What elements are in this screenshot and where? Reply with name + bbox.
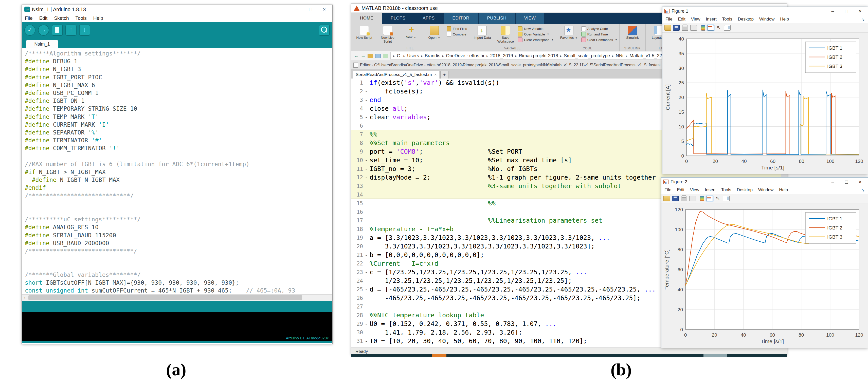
ribbon-tab-view[interactable]: VIEW	[516, 13, 544, 24]
new-variable-button[interactable]: New Variable	[518, 26, 553, 31]
breadcrumb-item[interactable]: C:	[397, 53, 402, 59]
menu-item-window[interactable]: Window	[758, 187, 773, 192]
menu-item-desktop[interactable]: Desktop	[737, 187, 752, 192]
menu-item-file[interactable]: File	[665, 17, 672, 22]
upload-button[interactable]: →	[38, 25, 49, 36]
minimize-icon[interactable]: –	[827, 178, 838, 186]
line-number: 15	[351, 199, 363, 208]
search-folder-icon[interactable]	[383, 54, 389, 58]
menu-item-insert[interactable]: Insert	[705, 187, 716, 192]
menu-item-help[interactable]: Help	[780, 17, 789, 22]
menu-item-view[interactable]: View	[690, 187, 700, 192]
colorbar-icon[interactable]	[700, 196, 704, 201]
sketch-tab[interactable]: Nsim_1	[26, 40, 58, 48]
dock-icon[interactable]: ↘	[861, 188, 865, 192]
up-folder-icon[interactable]	[375, 54, 381, 58]
new-button[interactable]: New ▼	[400, 25, 422, 45]
clear-commands-button[interactable]: Clear Commands▼	[581, 37, 617, 42]
save-icon[interactable]	[673, 25, 680, 31]
close-tab-icon[interactable]: ×	[435, 71, 437, 78]
panel-icon[interactable]	[724, 25, 731, 31]
ribbon-tab-apps[interactable]: APPS	[414, 13, 443, 24]
ribbon-tab-home[interactable]: HOME	[351, 13, 382, 24]
menu-item-edit[interactable]: Edit	[677, 187, 684, 192]
breadcrumb-item[interactable]: OneDrive - etfos.hr	[446, 53, 485, 59]
cursor-icon[interactable]	[715, 196, 721, 201]
menu-item-tools[interactable]: Tools	[75, 15, 87, 21]
back-arrow-icon[interactable]: ←	[354, 53, 359, 59]
serial-monitor-button[interactable]	[319, 25, 330, 36]
open-button[interactable]: Open ▼	[423, 25, 445, 45]
file-tab[interactable]: SerialReadAndProcess_v1_5_fastest.m ×	[353, 71, 439, 78]
menu-item-help[interactable]: Help	[779, 187, 788, 192]
new-live-script-button[interactable]: New Live Script	[377, 25, 399, 45]
breadcrumb-item[interactable]: Small_scale_prototype	[564, 53, 610, 59]
import-data-button[interactable]: Import Data	[471, 25, 493, 45]
menu-item-sketch[interactable]: Sketch	[54, 15, 69, 21]
breadcrumb-item[interactable]: NNr	[616, 53, 624, 59]
new-script-button[interactable]: New Script	[353, 25, 375, 45]
save-sketch-button[interactable]: ↓	[79, 25, 90, 36]
menu-item-file[interactable]: File	[25, 15, 33, 21]
menu-item-view[interactable]: View	[691, 17, 701, 22]
find-files-button[interactable]: Find Files	[447, 26, 467, 31]
analyze-code-button[interactable]: Analyze Code	[581, 26, 617, 31]
file-tab-label[interactable]: SerialReadAndProcess_v1_5_fastest.m	[356, 71, 432, 78]
verify-button[interactable]: ✓	[24, 25, 35, 36]
save-icon[interactable]	[672, 196, 679, 201]
breadcrumb-item[interactable]: Rimac projekt 2018	[519, 53, 558, 59]
menu-item-tools[interactable]: Tools	[722, 17, 733, 22]
legend-icon[interactable]	[707, 25, 714, 31]
menu-item-insert[interactable]: Insert	[706, 17, 717, 22]
menu-item-tools[interactable]: Tools	[721, 187, 731, 192]
menu-item-desktop[interactable]: Desktop	[738, 17, 753, 22]
compare-button[interactable]: Compare	[447, 32, 467, 36]
menu-item-edit[interactable]: Edit	[39, 15, 48, 21]
breadcrumb-item[interactable]: Brandis	[425, 53, 440, 59]
maximize-icon[interactable]: □	[305, 5, 316, 14]
maximize-icon[interactable]: □	[841, 178, 852, 186]
dock-icon[interactable]: ↘	[861, 17, 865, 22]
close-icon[interactable]: ×	[855, 178, 866, 186]
favorites-button[interactable]: Favorites ▼	[558, 25, 580, 45]
browse-folder-icon[interactable]	[368, 54, 373, 58]
open-icon[interactable]	[663, 196, 670, 201]
print-icon[interactable]	[682, 25, 688, 31]
colorbar-icon[interactable]	[701, 25, 705, 31]
close-icon[interactable]: ×	[319, 5, 330, 14]
menu-item-help[interactable]: Help	[93, 15, 103, 21]
menu-item-window[interactable]: Window	[759, 17, 774, 22]
ribbon-tab-publish[interactable]: PUBLISH	[478, 13, 515, 24]
scrollbar-thumb[interactable]	[28, 295, 302, 300]
minimize-icon[interactable]: –	[291, 5, 303, 14]
scroll-left-icon[interactable]: ‹	[22, 294, 28, 301]
simulink-button[interactable]: Simulink	[622, 25, 643, 45]
ribbon-tab-editor[interactable]: EDITOR	[444, 13, 478, 24]
menu-item-file[interactable]: File	[664, 187, 671, 192]
arduino-horizontal-scrollbar[interactable]: ‹	[22, 294, 332, 301]
breadcrumb-item[interactable]: 2018_2019	[490, 53, 513, 59]
open-sketch-button[interactable]: ↑	[65, 25, 76, 36]
clear-workspace-button[interactable]: Clear Workspace▼	[518, 37, 553, 42]
breadcrumb-item[interactable]: Users	[407, 53, 419, 59]
menu-item-edit[interactable]: Edit	[678, 17, 685, 22]
panel-icon[interactable]	[723, 196, 730, 201]
legend-icon[interactable]	[706, 196, 713, 201]
cursor-icon[interactable]	[716, 25, 722, 30]
minimize-icon[interactable]: –	[827, 7, 838, 15]
maximize-icon[interactable]: □	[841, 7, 852, 15]
save-workspace-button[interactable]: Save Workspace	[495, 25, 517, 45]
preview-icon[interactable]	[690, 25, 697, 31]
new-tab-button[interactable]: +	[440, 71, 448, 78]
new-sketch-button[interactable]	[52, 25, 63, 36]
print-icon[interactable]	[681, 196, 687, 201]
code-line	[25, 152, 332, 160]
preview-icon[interactable]	[689, 196, 696, 201]
open-variable-button[interactable]: Open Variable▼	[518, 32, 553, 36]
close-icon[interactable]: ×	[855, 7, 866, 15]
run-and-time-button[interactable]: Run and Time	[581, 32, 617, 36]
arduino-code-area[interactable]: /******Algorithm settings*******/#define…	[22, 48, 332, 294]
forward-arrow-icon[interactable]: →	[361, 53, 366, 59]
open-icon[interactable]	[664, 25, 671, 31]
ribbon-tab-plots[interactable]: PLOTS	[382, 13, 414, 24]
